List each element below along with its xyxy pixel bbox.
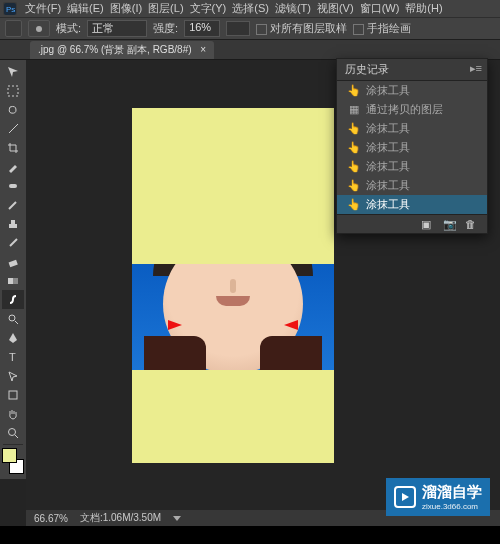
finger-paint-checkbox[interactable]	[353, 24, 364, 35]
mode-label: 模式:	[56, 21, 81, 36]
current-tool-icon[interactable]	[5, 20, 22, 37]
status-menu-icon[interactable]	[173, 516, 181, 521]
history-item-label: 涂抹工具	[366, 197, 410, 212]
menu-window[interactable]: 窗口(W)	[358, 1, 402, 16]
eyedropper-tool[interactable]	[2, 157, 24, 176]
brush-tool[interactable]	[2, 195, 24, 214]
hand-tool[interactable]	[2, 404, 24, 423]
document-tab[interactable]: .jpg @ 66.7% (背景 副本, RGB/8#) ×	[30, 41, 214, 59]
stamp-tool[interactable]	[2, 214, 24, 233]
svg-rect-4	[9, 184, 17, 188]
history-item[interactable]: 👆涂抹工具	[337, 81, 487, 100]
strength-input[interactable]: 16%	[184, 20, 220, 37]
lasso-tool[interactable]	[2, 100, 24, 119]
menu-view[interactable]: 视图(V)	[315, 1, 356, 16]
ps-logo-icon: Ps	[3, 2, 17, 15]
smudge-icon: 👆	[347, 179, 361, 192]
history-item[interactable]: 👆涂抹工具	[337, 176, 487, 195]
menu-filter[interactable]: 滤镜(T)	[273, 1, 313, 16]
smudge-icon: 👆	[347, 141, 361, 154]
toolbox-separator	[3, 444, 23, 445]
watermark: 溜溜自学 zixue.3d66.com	[386, 478, 490, 516]
history-item-label: 通过拷贝的图层	[366, 102, 443, 117]
history-panel-titlebar[interactable]: 历史记录 ▸≡	[337, 59, 487, 81]
bottom-strip	[0, 526, 500, 544]
tablet-pressure-icon[interactable]	[226, 21, 250, 36]
history-item-label: 涂抹工具	[366, 121, 410, 136]
doc-size[interactable]: 文档:1.06M/3.50M	[80, 511, 161, 525]
history-item[interactable]: ▦通过拷贝的图层	[337, 100, 487, 119]
dodge-tool[interactable]	[2, 309, 24, 328]
trash-icon[interactable]: 🗑	[465, 218, 479, 230]
smudge-icon: 👆	[347, 122, 361, 135]
gradient-tool[interactable]	[2, 271, 24, 290]
document-tabbar: .jpg @ 66.7% (背景 副本, RGB/8#) ×	[0, 40, 500, 60]
svg-text:T: T	[9, 351, 16, 363]
sample-all-layers-label: 对所有图层取样	[270, 22, 347, 34]
history-item[interactable]: 👆涂抹工具	[337, 157, 487, 176]
collar-left	[144, 336, 206, 370]
document-canvas[interactable]	[132, 108, 334, 463]
history-list: 👆涂抹工具 ▦通过拷贝的图层 👆涂抹工具 👆涂抹工具 👆涂抹工具 👆涂抹工具 👆…	[337, 81, 487, 214]
collar-right	[260, 336, 322, 370]
layer-icon: ▦	[347, 103, 361, 116]
history-brush-tool[interactable]	[2, 233, 24, 252]
eraser-tool[interactable]	[2, 252, 24, 271]
play-icon	[394, 486, 416, 508]
sample-all-layers-checkbox[interactable]	[256, 24, 267, 35]
wand-tool[interactable]	[2, 119, 24, 138]
history-item-label: 涂抹工具	[366, 83, 410, 98]
smudge-icon: 👆	[347, 198, 361, 211]
marquee-tool[interactable]	[2, 81, 24, 100]
type-tool[interactable]: T	[2, 347, 24, 366]
smudge-icon: 👆	[347, 84, 361, 97]
strength-label: 强度:	[153, 21, 178, 36]
history-item[interactable]: 👆涂抹工具	[337, 119, 487, 138]
history-item-label: 涂抹工具	[366, 140, 410, 155]
history-item[interactable]: 👆涂抹工具	[337, 195, 487, 214]
history-item-label: 涂抹工具	[366, 178, 410, 193]
menu-type[interactable]: 文字(Y)	[188, 1, 229, 16]
menubar: Ps 文件(F) 编辑(E) 图像(I) 图层(L) 文字(Y) 选择(S) 滤…	[0, 0, 500, 17]
svg-point-11	[9, 428, 16, 435]
menu-edit[interactable]: 编辑(E)	[65, 1, 106, 16]
foreground-swatch[interactable]	[2, 448, 17, 463]
path-select-tool[interactable]	[2, 366, 24, 385]
smudge-tool[interactable]	[2, 290, 24, 309]
panel-menu-icon[interactable]: ▸≡	[470, 62, 482, 75]
svg-rect-7	[8, 278, 13, 284]
close-tab-icon[interactable]: ×	[200, 44, 206, 55]
pen-tool[interactable]	[2, 328, 24, 347]
crop-tool[interactable]	[2, 138, 24, 157]
svg-rect-5	[9, 259, 18, 266]
history-item[interactable]: 👆涂抹工具	[337, 138, 487, 157]
menu-layer[interactable]: 图层(L)	[146, 1, 185, 16]
mode-select[interactable]: 正常	[87, 20, 147, 37]
svg-rect-3	[8, 86, 18, 96]
menu-select[interactable]: 选择(S)	[230, 1, 271, 16]
color-swatches[interactable]	[2, 448, 24, 474]
document-tab-title: .jpg @ 66.7% (背景 副本, RGB/8#)	[38, 44, 192, 55]
heal-tool[interactable]	[2, 176, 24, 195]
brush-preset-picker[interactable]	[28, 20, 50, 37]
zoom-tool[interactable]	[2, 423, 24, 442]
menu-help[interactable]: 帮助(H)	[403, 1, 444, 16]
history-panel[interactable]: 历史记录 ▸≡ 👆涂抹工具 ▦通过拷贝的图层 👆涂抹工具 👆涂抹工具 👆涂抹工具…	[336, 58, 488, 234]
zoom-level[interactable]: 66.67%	[34, 513, 68, 524]
toolbox: T	[0, 60, 26, 479]
move-tool[interactable]	[2, 62, 24, 81]
options-bar: 模式: 正常 强度: 16% 对所有图层取样 手指绘画	[0, 17, 500, 40]
menu-file[interactable]: 文件(F)	[23, 1, 63, 16]
annotation-arrow-right	[284, 320, 298, 330]
nose-shape	[230, 279, 236, 293]
svg-text:Ps: Ps	[6, 5, 15, 14]
camera-icon[interactable]: 📷	[443, 218, 457, 230]
watermark-brand: 溜溜自学	[422, 483, 482, 502]
snapshot-icon[interactable]: ▣	[421, 218, 435, 230]
history-item-label: 涂抹工具	[366, 159, 410, 174]
svg-point-2	[36, 26, 42, 32]
annotation-arrow-left	[168, 320, 182, 330]
menu-image[interactable]: 图像(I)	[108, 1, 144, 16]
shape-tool[interactable]	[2, 385, 24, 404]
finger-paint-label: 手指绘画	[367, 22, 411, 34]
